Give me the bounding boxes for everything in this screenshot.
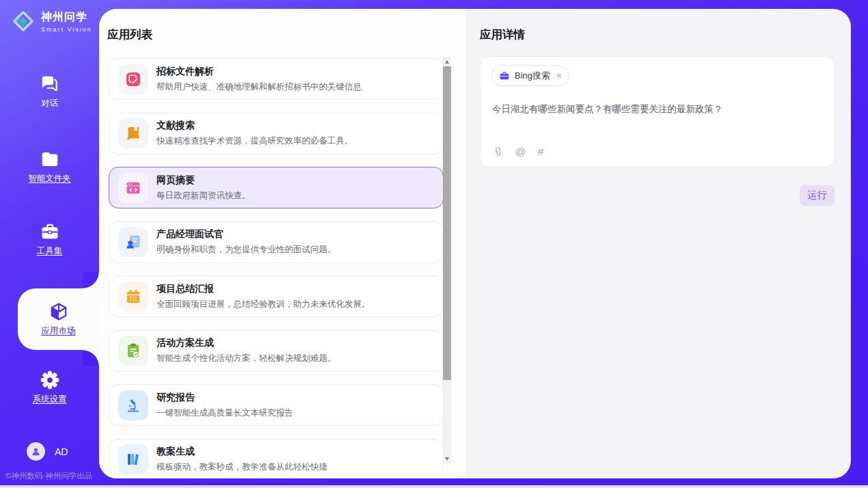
app-card-desc: 模板驱动，教案秒成，教学准备从此轻松快捷 (157, 461, 327, 473)
app-card-desc: 全面回顾项目进展，总结经验教训，助力未来优化发展。 (157, 299, 370, 310)
browser-icon (118, 173, 148, 203)
run-button[interactable]: 运行 (800, 185, 835, 206)
app-card-desc: 明确身份和职责，为您提供专业性的面试问题。 (157, 244, 336, 256)
app-card-title: 招标文件解析 (157, 66, 362, 78)
brand-subtitle: Smart Vision (41, 26, 92, 33)
sidebar-item-label: 对话 (41, 98, 58, 109)
chat-icon (40, 74, 60, 94)
app-card-title: 文献搜索 (157, 120, 353, 132)
tool-tag-bing-search[interactable]: Bing搜索 × (491, 65, 569, 86)
hash-icon[interactable]: # (538, 146, 544, 158)
sidebar-item-folder[interactable]: 智能文件夹 (0, 149, 99, 185)
folder-icon (40, 149, 60, 170)
sidebar-item-label: 智能文件夹 (28, 173, 71, 185)
brand-name: 神州问学 (41, 10, 92, 25)
interview-icon (118, 227, 148, 257)
scrollbar[interactable] (443, 57, 451, 463)
clipboard-icon (118, 336, 148, 366)
bottom-edge-strip (0, 485, 868, 488)
app-card[interactable]: 网页摘要 每日政府新闻资讯快查。 (109, 167, 444, 208)
app-card-title: 教案生成 (157, 446, 327, 458)
user-account[interactable]: AD (27, 442, 68, 461)
app-card-desc: 帮助用户快速、准确地理解和解析招标书中的关键信息 (157, 81, 362, 93)
app-card[interactable]: 招标文件解析 帮助用户快速、准确地理解和解析招标书中的关键信息 (109, 58, 444, 100)
sidebar-item-cube[interactable]: 应用市场 (18, 288, 99, 350)
scrollbar-thumb[interactable] (443, 66, 451, 380)
sidebar-item-toolbox[interactable]: 工具集 (0, 221, 99, 257)
sidebar-item-label: 工具集 (37, 245, 63, 257)
triangle-up-icon (445, 60, 449, 64)
gear-icon (40, 370, 60, 390)
triangle-down-icon (445, 457, 449, 461)
app-card-desc: 一键智能生成高质量长文本研究报告 (157, 407, 293, 419)
query-card: Bing搜索 × 今日湖北有哪些新闻要点？有哪些需要关注的最新政策？ @# (480, 56, 835, 167)
diamond-logo-icon (11, 9, 36, 33)
scroll-up-button[interactable] (443, 57, 451, 66)
user-icon (31, 446, 41, 457)
app-card[interactable]: 项目总结汇报 全面回顾项目进展，总结经验教训，助力未来优化发展。 (109, 275, 444, 317)
attachment-icon[interactable] (492, 146, 504, 158)
app-card[interactable]: 产品经理面试官 明确身份和职责，为您提供专业性的面试问题。 (109, 221, 444, 263)
query-input[interactable]: 今日湖北有哪些新闻要点？有哪些需要关注的最新政策？ (492, 103, 824, 116)
app-card-title: 活动方案生成 (157, 337, 336, 349)
toolbox-icon (40, 221, 60, 242)
app-card[interactable]: 研究报告 一键智能生成高质量长文本研究报告 (109, 384, 444, 426)
app-detail-panel: 应用详情 Bing搜索 × 今日湖北有哪些新闻要点？有哪些需要关注的最新政策？ … (467, 9, 851, 478)
app-card-title: 项目总结汇报 (157, 283, 370, 295)
app-card-desc: 每日政府新闻资讯快查。 (157, 190, 251, 202)
app-card-title: 产品经理面试官 (157, 228, 336, 241)
briefcase-icon (499, 70, 510, 81)
copyright-text: ©神州数码·神州问学出品 (5, 471, 92, 481)
app-card-title: 网页摘要 (157, 174, 251, 187)
app-detail-title: 应用详情 (480, 27, 525, 42)
main-content: 应用列表 招标文件解析 帮助用户快速、准确地理解和解析招标书中的关键信息 文献搜… (99, 9, 851, 478)
app-card-title: 研究报告 (157, 392, 293, 404)
sidebar: 神州问学 Smart Vision 对话 智能文件夹 工具集 应用市场 系统设置… (0, 0, 99, 488)
tool-tag-label: Bing搜索 (515, 70, 550, 82)
avatar (27, 442, 45, 461)
close-icon[interactable]: × (556, 70, 562, 81)
scroll-down-button[interactable] (443, 454, 451, 463)
sidebar-item-chat[interactable]: 对话 (0, 74, 99, 109)
app-list-title: 应用列表 (107, 27, 152, 42)
sidebar-item-label: 应用市场 (42, 325, 76, 337)
sidebar-item-gear[interactable]: 系统设置 (0, 370, 99, 405)
user-name: AD (55, 446, 68, 457)
brand-logo: 神州问学 Smart Vision (11, 9, 92, 33)
book-icon (118, 118, 148, 148)
app-list-panel: 应用列表 招标文件解析 帮助用户快速、准确地理解和解析招标书中的关键信息 文献搜… (99, 9, 467, 478)
app-card[interactable]: 教案生成 模板驱动，教案秒成，教学准备从此轻松快捷 (109, 439, 444, 479)
microscope-icon (118, 390, 148, 420)
input-toolbar: @# (492, 146, 543, 158)
mention-icon[interactable]: @ (515, 146, 526, 158)
app-list: 招标文件解析 帮助用户快速、准确地理解和解析招标书中的关键信息 文献搜索 快速精… (109, 58, 444, 478)
cube-icon (49, 301, 69, 322)
sidebar-item-label: 系统设置 (33, 394, 67, 405)
calendar-icon (118, 282, 148, 312)
app-card-desc: 智能生成个性化活动方案，轻松解决规划难题。 (157, 353, 336, 364)
edit-doc-icon (118, 64, 148, 94)
app-card-desc: 快速精准查找学术资源，提高研究效率的必备工具。 (157, 135, 353, 147)
books-icon (118, 444, 148, 474)
app-card[interactable]: 活动方案生成 智能生成个性化活动方案，轻松解决规划难题。 (109, 330, 444, 372)
app-card[interactable]: 文献搜索 快速精准查找学术资源，提高研究效率的必备工具。 (109, 113, 444, 154)
